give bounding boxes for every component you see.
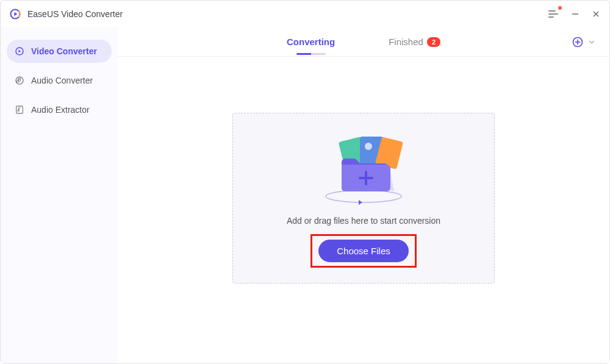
sidebar-item-audio-extractor[interactable]: Audio Extractor — [7, 98, 112, 121]
content-area: Add or drag files here to start conversi… — [118, 57, 609, 363]
sidebar-item-video-converter[interactable]: Video Converter — [7, 40, 112, 63]
menu-button[interactable] — [548, 9, 559, 20]
tab-label: Finished — [389, 37, 423, 47]
chevron-down-icon[interactable] — [587, 38, 596, 46]
sidebar-item-label: Audio Converter — [31, 76, 93, 85]
notification-dot-icon — [558, 6, 562, 10]
svg-point-13 — [326, 190, 401, 202]
svg-marker-21 — [359, 200, 362, 205]
tab-underline-icon — [296, 53, 326, 55]
svg-marker-2 — [14, 12, 17, 16]
audio-converter-icon — [14, 75, 25, 86]
close-button[interactable] — [591, 9, 601, 19]
svg-rect-9 — [16, 106, 23, 113]
main-panel: Converting Finished 2 — [118, 27, 609, 363]
body: Video Converter Audio Converter Audio Ex… — [1, 27, 609, 363]
tabbar: Converting Finished 2 — [118, 27, 609, 57]
sidebar-item-label: Video Converter — [31, 46, 97, 56]
choose-files-button[interactable]: Choose Files — [318, 240, 409, 262]
folder-illustration-icon — [315, 128, 412, 207]
video-converter-icon — [14, 46, 25, 57]
svg-marker-7 — [19, 50, 21, 53]
app-logo-icon — [9, 8, 21, 20]
tab-label: Converting — [287, 37, 335, 47]
sidebar-item-label: Audio Extractor — [31, 105, 90, 115]
dropzone[interactable]: Add or drag files here to start conversi… — [232, 113, 495, 284]
app-title: EaseUS Video Converter — [27, 9, 123, 19]
window-controls — [548, 9, 601, 20]
sidebar-item-audio-converter[interactable]: Audio Converter — [7, 69, 112, 92]
highlight-annotation: Choose Files — [310, 234, 417, 268]
app-window: EaseUS Video Converter Video Converter — [0, 0, 610, 364]
tab-finished[interactable]: Finished 2 — [386, 29, 443, 54]
titlebar: EaseUS Video Converter — [1, 1, 609, 27]
finished-badge: 2 — [427, 37, 440, 47]
minimize-button[interactable] — [570, 9, 580, 19]
dropzone-hint: Add or drag files here to start conversi… — [287, 216, 440, 226]
audio-extractor-icon — [14, 104, 25, 115]
svg-point-17 — [365, 143, 372, 150]
sidebar: Video Converter Audio Converter Audio Ex… — [1, 27, 118, 363]
add-button[interactable] — [572, 36, 584, 48]
tab-converting[interactable]: Converting — [284, 29, 337, 54]
